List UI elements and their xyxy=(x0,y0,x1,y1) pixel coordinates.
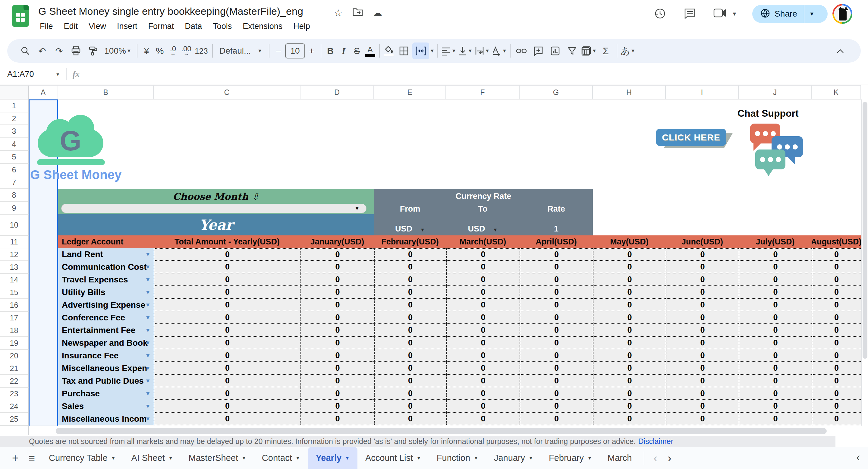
tab-dropdown-icon[interactable]: ▼ xyxy=(345,456,350,461)
tab-dropdown-icon[interactable]: ▼ xyxy=(111,456,116,461)
vertical-align-icon[interactable]: ▼ xyxy=(457,42,474,59)
add-sheet-icon[interactable]: + xyxy=(12,452,19,465)
ledger-value-cell[interactable]: 0 xyxy=(154,311,301,324)
ledger-header-cell[interactable]: April(USD) xyxy=(520,236,593,248)
tab-scroll-right-icon[interactable]: › xyxy=(668,452,672,464)
currency-from-select[interactable]: USD▼ xyxy=(374,224,446,233)
ledger-value-cell[interactable]: 0 xyxy=(446,261,520,273)
ledger-value-cell[interactable]: 0 xyxy=(739,413,812,425)
format-percent-icon[interactable]: % xyxy=(153,42,166,59)
ledger-value-cell[interactable]: 0 xyxy=(666,324,739,337)
text-color-icon[interactable]: A xyxy=(364,42,377,59)
decrease-decimal-icon[interactable]: .0← xyxy=(166,42,180,59)
ledger-value-cell[interactable]: 0 xyxy=(301,375,374,387)
input-tools-icon[interactable]: あ▼ xyxy=(620,42,637,59)
ledger-value-cell[interactable]: 0 xyxy=(154,299,301,311)
account-dropdown-icon[interactable]: ▼ xyxy=(145,352,151,359)
account-dropdown-icon[interactable]: ▼ xyxy=(145,365,151,372)
tab-dropdown-icon[interactable]: ▼ xyxy=(242,456,246,461)
ledger-value-cell[interactable]: 0 xyxy=(520,362,593,375)
menu-insert[interactable]: Insert xyxy=(113,20,142,33)
ledger-value-cell[interactable]: 0 xyxy=(739,400,812,413)
ledger-value-cell[interactable]: 0 xyxy=(520,273,593,286)
sheet-tab-function[interactable]: Function▼ xyxy=(429,447,486,469)
filter-icon[interactable] xyxy=(564,42,581,59)
currency-to-select[interactable]: USD▼ xyxy=(446,224,520,233)
ledger-value-cell[interactable]: 0 xyxy=(301,286,374,299)
column-header-D[interactable]: D xyxy=(301,86,374,99)
column-header-E[interactable]: E xyxy=(374,86,446,99)
share-dropdown-icon[interactable]: ▼ xyxy=(809,11,815,17)
menu-extensions[interactable]: Extensions xyxy=(239,20,287,33)
row-header-8[interactable]: 8 xyxy=(0,189,29,202)
ledger-value-cell[interactable]: 0 xyxy=(374,261,446,273)
ledger-value-cell[interactable]: 0 xyxy=(739,387,812,400)
ledger-value-cell[interactable]: 0 xyxy=(446,286,520,299)
ledger-value-cell[interactable]: 0 xyxy=(666,387,739,400)
ledger-value-cell[interactable]: 0 xyxy=(666,261,739,273)
ledger-value-cell[interactable]: 0 xyxy=(301,349,374,362)
ledger-value-cell[interactable]: 0 xyxy=(739,324,812,337)
sheet-tab-currency-table[interactable]: Currency Table▼ xyxy=(41,447,123,469)
row-header-7[interactable]: 7 xyxy=(0,176,29,189)
ledger-account-cell[interactable]: Travel Expenses▼ xyxy=(58,273,154,286)
ledger-header-cell[interactable]: May(USD) xyxy=(593,236,666,248)
menu-format[interactable]: Format xyxy=(144,20,179,33)
ledger-value-cell[interactable]: 0 xyxy=(812,248,861,261)
tab-dropdown-icon[interactable]: ▼ xyxy=(416,456,421,461)
ledger-value-cell[interactable]: 0 xyxy=(301,261,374,273)
account-dropdown-icon[interactable]: ▼ xyxy=(145,390,151,397)
ledger-value-cell[interactable]: 0 xyxy=(301,311,374,324)
ledger-account-cell[interactable]: Sales▼ xyxy=(58,400,154,413)
ledger-value-cell[interactable]: 0 xyxy=(812,337,861,349)
ledger-account-cell[interactable]: Insurance Fee▼ xyxy=(58,349,154,362)
ledger-value-cell[interactable]: 0 xyxy=(666,299,739,311)
select-all-corner[interactable] xyxy=(0,86,29,99)
ledger-value-cell[interactable]: 0 xyxy=(666,413,739,425)
row-header-22[interactable]: 22 xyxy=(0,375,29,387)
ledger-value-cell[interactable]: 0 xyxy=(446,248,520,261)
row-header-24[interactable]: 24 xyxy=(0,400,29,413)
sheet-tab-account-list[interactable]: Account List▼ xyxy=(358,447,429,469)
vertical-scrollbar-thumb[interactable] xyxy=(863,102,867,359)
row-header-4[interactable]: 4 xyxy=(0,138,29,151)
ledger-account-cell[interactable]: Communication Cost▼ xyxy=(58,261,154,273)
column-header-A[interactable]: A xyxy=(29,86,58,99)
ledger-value-cell[interactable]: 0 xyxy=(520,248,593,261)
ledger-value-cell[interactable]: 0 xyxy=(812,286,861,299)
row-header-23[interactable]: 23 xyxy=(0,387,29,400)
ledger-value-cell[interactable]: 0 xyxy=(374,248,446,261)
ledger-value-cell[interactable]: 0 xyxy=(812,311,861,324)
ledger-account-cell[interactable]: Advertising Expense▼ xyxy=(58,299,154,311)
ledger-value-cell[interactable]: 0 xyxy=(154,273,301,286)
row-header-14[interactable]: 14 xyxy=(0,274,29,286)
ledger-header-cell[interactable]: February(USD) xyxy=(374,236,446,248)
ledger-value-cell[interactable]: 0 xyxy=(154,413,301,425)
ledger-value-cell[interactable]: 0 xyxy=(301,248,374,261)
ledger-value-cell[interactable]: 0 xyxy=(374,362,446,375)
row-header-21[interactable]: 21 xyxy=(0,362,29,375)
ledger-account-cell[interactable]: Miscellaneous Expen▼ xyxy=(58,362,154,375)
strikethrough-icon[interactable]: S xyxy=(350,42,364,59)
ledger-value-cell[interactable]: 0 xyxy=(812,324,861,337)
ledger-header-cell[interactable]: June(USD) xyxy=(666,236,739,248)
ledger-account-cell[interactable]: Purchase▼ xyxy=(58,387,154,400)
ledger-value-cell[interactable]: 0 xyxy=(593,286,666,299)
ledger-value-cell[interactable]: 0 xyxy=(154,261,301,273)
vertical-scrollbar[interactable] xyxy=(861,99,868,426)
name-box[interactable]: A1:A70 ▼ xyxy=(7,70,60,79)
ledger-header-cell[interactable]: March(USD) xyxy=(446,236,520,248)
ledger-value-cell[interactable]: 0 xyxy=(446,375,520,387)
ledger-value-cell[interactable]: 0 xyxy=(374,387,446,400)
ledger-value-cell[interactable]: 0 xyxy=(520,375,593,387)
row-header-3[interactable]: 3 xyxy=(0,125,29,138)
paint-format-icon[interactable] xyxy=(84,42,101,59)
ledger-value-cell[interactable]: 0 xyxy=(739,375,812,387)
ledger-value-cell[interactable]: 0 xyxy=(593,261,666,273)
more-formats-icon[interactable]: 123 xyxy=(193,42,210,59)
text-rotation-icon[interactable]: ▼ xyxy=(491,42,507,59)
column-header-B[interactable]: B xyxy=(58,86,154,99)
tab-dropdown-icon[interactable]: ▼ xyxy=(474,456,478,461)
click-here-button[interactable]: CLICK HERE xyxy=(656,129,726,146)
ledger-value-cell[interactable]: 0 xyxy=(374,286,446,299)
